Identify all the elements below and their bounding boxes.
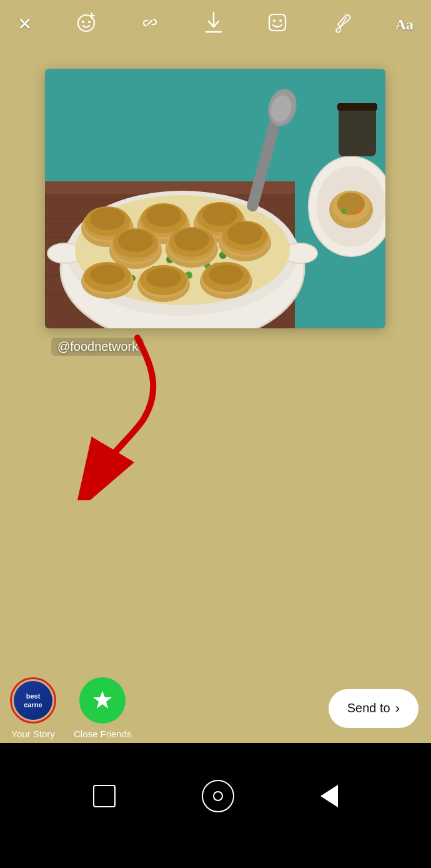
chevron-right-icon: › bbox=[395, 700, 400, 717]
svg-point-67 bbox=[227, 222, 262, 245]
svg-point-79 bbox=[209, 265, 244, 285]
svg-rect-90 bbox=[339, 106, 376, 156]
svg-marker-93 bbox=[93, 691, 112, 709]
close-icon[interactable]: ✕ bbox=[17, 16, 32, 33]
brush-icon[interactable] bbox=[332, 12, 352, 36]
svg-point-71 bbox=[90, 265, 125, 285]
camera-nav-button[interactable] bbox=[202, 780, 234, 812]
send-to-button[interactable]: Send to › bbox=[329, 689, 419, 728]
your-story-avatar-ring: bestcarne bbox=[10, 677, 56, 724]
svg-point-9 bbox=[279, 19, 282, 22]
your-story-avatar: bestcarne bbox=[14, 681, 52, 720]
svg-point-75 bbox=[146, 268, 181, 288]
svg-rect-7 bbox=[269, 14, 285, 31]
send-to-label: Send to bbox=[347, 701, 390, 715]
svg-point-62 bbox=[174, 228, 209, 251]
camera-inner-ring bbox=[213, 791, 223, 801]
nav-bar bbox=[0, 743, 431, 868]
link-icon[interactable] bbox=[140, 13, 160, 36]
close-friends-avatar bbox=[79, 677, 126, 724]
emoji-sticker-icon[interactable] bbox=[76, 12, 97, 36]
home-nav-button[interactable] bbox=[93, 785, 116, 807]
your-story-option[interactable]: bestcarne Your Story bbox=[10, 677, 56, 739]
svg-point-89 bbox=[356, 207, 361, 212]
svg-point-88 bbox=[341, 209, 346, 214]
main-screen: ✕ bbox=[0, 0, 431, 868]
svg-point-1 bbox=[82, 21, 84, 23]
send-to-wrapper: Send to › bbox=[329, 689, 419, 728]
close-friends-option[interactable]: Close Friends bbox=[74, 677, 132, 739]
svg-rect-91 bbox=[337, 103, 377, 111]
avatar-text: bestcarne bbox=[24, 692, 42, 710]
back-nav-button[interactable] bbox=[320, 785, 338, 807]
attribution-tag[interactable]: @foodnetwork bbox=[51, 338, 144, 356]
share-bar: bestcarne Your Story Close Friends Send … bbox=[0, 677, 431, 739]
close-friends-label: Close Friends bbox=[74, 729, 132, 739]
toolbar: ✕ bbox=[0, 0, 431, 43]
your-story-label: Your Story bbox=[11, 729, 55, 739]
svg-point-42 bbox=[90, 208, 125, 230]
face-sticker-icon[interactable] bbox=[267, 12, 288, 36]
svg-point-2 bbox=[88, 21, 91, 23]
svg-point-8 bbox=[273, 19, 275, 22]
download-icon[interactable] bbox=[204, 11, 224, 37]
content-area: @foodnetwork bbox=[0, 56, 431, 328]
food-image bbox=[45, 69, 385, 328]
svg-point-57 bbox=[118, 230, 153, 252]
svg-point-47 bbox=[146, 204, 181, 227]
text-tool-icon[interactable]: Aa bbox=[395, 17, 414, 32]
svg-point-52 bbox=[202, 203, 237, 226]
star-icon bbox=[91, 689, 114, 712]
